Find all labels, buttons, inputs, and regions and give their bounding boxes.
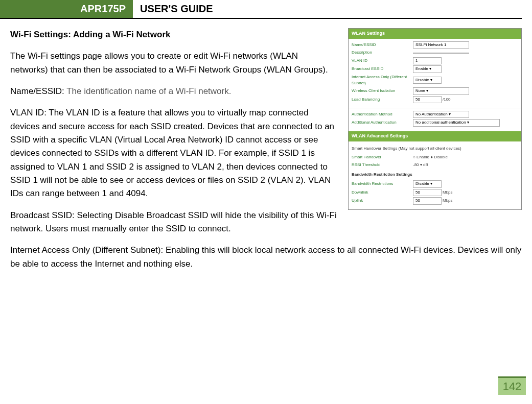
figure-row: Smart Handover○ Enable ● Disable (352, 154, 518, 161)
figure-row-label: Uplink (352, 198, 413, 204)
figure-row-label: Description (352, 50, 413, 56)
figure-row: Uplink50Mbps (352, 197, 518, 205)
figure-row-label: Additional Authentication (352, 120, 413, 126)
figure-row-value: None ▾ (413, 87, 469, 94)
figure-row-label: Internet Access Only (Different Subnet) (352, 74, 413, 87)
figure-row: Authentication MethodNo Authentication ▾ (352, 110, 518, 118)
figure-row: Wireless Client IsolationNone ▾ (352, 87, 518, 95)
screenshot-figure: WLAN Settings Name/ESSIDSSI-Fi Network 1… (348, 28, 522, 210)
product-badge: APR175P (0, 0, 133, 18)
figure-row-value: -80 ▾ dB (413, 162, 428, 168)
figure-row-label: Smart Handover (352, 154, 413, 160)
figure-row-label: Bandwidth Restrictions (352, 181, 413, 187)
figure-row-label: Broadcast ESSID (352, 66, 413, 72)
figure-row-value: 50 (413, 197, 442, 204)
figure-row-value: 50 (413, 189, 442, 196)
figure-row-value: Disable ▾ (413, 77, 442, 84)
figure-row-value: Disable ▾ (413, 180, 442, 187)
figure-note-2: Bandwidth Restriction Settings (352, 172, 518, 178)
figure-row-label: Downlink (352, 189, 413, 196)
doc-content: WLAN Settings Name/ESSIDSSI-Fi Network 1… (0, 28, 532, 279)
doc-header: APR175P USER'S GUIDE (0, 0, 522, 19)
figure-row: VLAN ID1 (352, 57, 518, 65)
figure-header-1: WLAN Settings (349, 29, 521, 39)
figure-row-value: ○ Enable ● Disable (413, 154, 448, 160)
broadcast-text: Broadcast SSID: Selecting Disable Broadc… (10, 209, 522, 236)
figure-row-label: RSSI Threshold (352, 162, 413, 168)
figure-row-suffix: Mbps (443, 189, 453, 196)
figure-row: Bandwidth RestrictionsDisable ▾ (352, 180, 518, 188)
figure-row: RSSI Threshold-80 ▾ dB (352, 161, 518, 169)
figure-row: Load Balancing50/100 (352, 96, 518, 104)
figure-row-label: Authentication Method (352, 111, 413, 117)
figure-row: Additional AuthenticationNo additional a… (352, 118, 518, 127)
figure-row: Name/ESSIDSSI-Fi Network 1 (352, 41, 518, 49)
figure-header-2: WLAN Advanced Settings (349, 131, 521, 141)
figure-row-suffix: /100 (443, 97, 451, 103)
figure-row-value: SSI-Fi Network 1 (413, 41, 469, 49)
figure-row-suffix: Mbps (443, 198, 453, 204)
name-essid-label: Name/ESSID: (10, 86, 66, 96)
name-essid-desc: The identification name of a Wi-Fi netwo… (66, 86, 231, 96)
figure-row: Internet Access Only (Different Subnet)D… (352, 74, 518, 87)
figure-row-value (413, 53, 469, 54)
figure-row: Description (352, 49, 518, 56)
figure-section-1b: Authentication MethodNo Authentication ▾… (349, 108, 521, 131)
figure-row-label: VLAN ID (352, 58, 413, 64)
figure-row-label: Load Balancing (352, 97, 413, 103)
figure-section-1: Name/ESSIDSSI-Fi Network 1DescriptionVLA… (349, 39, 521, 108)
page-number: 142 (498, 376, 526, 395)
doc-title: USER'S GUIDE (133, 0, 220, 18)
figure-row: Downlink50Mbps (352, 188, 518, 197)
figure-row-value: No Authentication ▾ (413, 111, 469, 118)
figure-row-label: Wireless Client Isolation (352, 88, 413, 94)
internet-text: Internet Access Only (Different Subnet):… (10, 244, 522, 271)
figure-row: Broadcast ESSIDEnable ▾ (352, 65, 518, 73)
figure-note: Smart Handover Settings (May not support… (352, 146, 518, 152)
figure-row-value: No additional authentication ▾ (413, 119, 500, 126)
figure-row-value: 50 (413, 96, 442, 103)
figure-row-value: 1 (413, 57, 442, 64)
figure-row-label: Name/ESSID (352, 42, 413, 48)
figure-row-value: Enable ▾ (413, 65, 442, 73)
figure-section-2: Smart Handover Settings (May not support… (349, 141, 521, 209)
